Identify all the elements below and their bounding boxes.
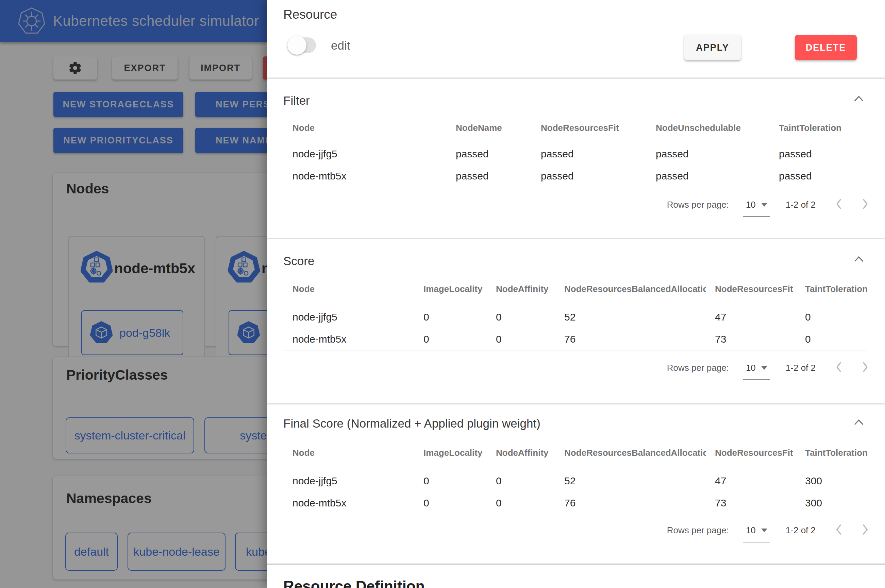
table-row: node-jjfg5passedpassedpassedpassed (283, 143, 867, 165)
dropdown-arrow-icon (761, 528, 767, 532)
delete-label: DELETE (806, 42, 846, 53)
table-cell: node-mtb5x (283, 492, 414, 514)
page-range: 1-2 of 2 (786, 524, 816, 536)
score-title: Score (283, 254, 314, 268)
collapse-final-score-icon[interactable] (854, 419, 864, 426)
table-cell: passed (446, 165, 532, 187)
collapse-filter-icon[interactable] (854, 95, 864, 102)
rows-per-page-value: 10 (746, 362, 756, 374)
table-cell: 0 (414, 470, 487, 492)
column-header: Node (283, 113, 446, 143)
table-cell: passed (532, 165, 646, 187)
table-cell: 47 (706, 470, 796, 492)
table-cell: 73 (706, 328, 796, 350)
page-range: 1-2 of 2 (786, 198, 816, 211)
table-cell: passed (646, 165, 770, 187)
column-header: ImageLocality (414, 272, 487, 306)
column-header: NodeResourcesBalancedAllocation (555, 272, 706, 306)
rows-per-page-label: Rows per page: (667, 198, 729, 211)
column-header: NodeName (446, 113, 532, 143)
table-cell: node-mtb5x (283, 328, 414, 350)
app-root: Kubernetes scheduler simulator EXPORT IM… (0, 0, 885, 588)
table-cell: 0 (487, 492, 555, 514)
table-cell: 47 (706, 306, 796, 328)
column-header: NodeResourcesBalancedAllocation (555, 436, 706, 470)
column-header: ImageLocality (414, 436, 487, 470)
modal-scrim[interactable] (0, 0, 267, 588)
table-cell: passed (770, 165, 867, 187)
previous-page-icon[interactable] (835, 198, 842, 209)
resource-drawer: Resource edit APPLY DELETE Filter NodeNo… (267, 0, 885, 588)
rows-per-page-value: 10 (746, 524, 756, 536)
previous-page-icon[interactable] (835, 362, 842, 372)
table-cell: 76 (555, 492, 706, 514)
table-row: node-mtb5xpassedpassedpassedpassed (283, 165, 867, 187)
final-score-section: Final Score (Normalized + Applied plugin… (267, 405, 885, 564)
dropdown-arrow-icon (761, 366, 767, 370)
column-header: NodeResourcesFit (706, 272, 796, 306)
table-cell: 0 (487, 306, 555, 328)
column-header: TaintToleration (796, 272, 867, 306)
rows-per-page-select[interactable]: 10 (743, 362, 770, 380)
rows-per-page-value: 10 (746, 198, 756, 211)
final-score-pagination: Rows per page: 10 1-2 of 2 (667, 524, 868, 543)
next-page-icon[interactable] (862, 524, 868, 535)
table-cell: node-mtb5x (283, 165, 446, 187)
table-row: node-mtb5x0076730 (283, 328, 867, 350)
column-header: TaintToleration (770, 113, 867, 143)
column-header: NodeAffinity (487, 436, 555, 470)
score-table: NodeImageLocalityNodeAffinityNodeResourc… (283, 272, 867, 350)
edit-toggle-thumb (287, 36, 307, 55)
column-header: NodeAffinity (487, 272, 555, 306)
final-score-title: Final Score (Normalized + Applied plugin… (283, 417, 541, 430)
resource-definition-title: Resource Definition (283, 578, 425, 588)
filter-title: Filter (283, 94, 310, 107)
next-page-icon[interactable] (862, 362, 868, 372)
table-cell: 0 (796, 306, 867, 328)
table-row: node-mtb5x007673300 (283, 492, 867, 514)
dropdown-arrow-icon (761, 203, 767, 207)
rows-per-page-label: Rows per page: (667, 362, 729, 374)
table-cell: 76 (555, 328, 706, 350)
column-header: NodeResourcesFit (706, 436, 796, 470)
rows-per-page-select[interactable]: 10 (743, 198, 770, 217)
table-cell: 0 (796, 328, 867, 350)
previous-page-icon[interactable] (835, 524, 842, 535)
rows-per-page-select[interactable]: 10 (743, 524, 770, 543)
table-cell: passed (770, 143, 867, 165)
column-header: TaintToleration (796, 436, 867, 470)
delete-button[interactable]: DELETE (795, 35, 857, 60)
column-header: Node (283, 272, 414, 306)
next-page-icon[interactable] (862, 198, 868, 209)
table-row: node-jjfg5005247300 (283, 470, 867, 492)
table-cell: 300 (796, 492, 867, 514)
table-cell: node-jjfg5 (283, 306, 414, 328)
rows-per-page-label: Rows per page: (667, 524, 729, 536)
table-cell: passed (532, 143, 646, 165)
table-cell: 52 (555, 470, 706, 492)
column-header: Node (283, 436, 414, 470)
filter-table: NodeNodeNameNodeResourcesFitNodeUnschedu… (283, 113, 867, 187)
table-cell: 0 (414, 306, 487, 328)
table-cell: 300 (796, 470, 867, 492)
table-cell: passed (446, 143, 532, 165)
score-pagination: Rows per page: 10 1-2 of 2 (667, 362, 868, 380)
page-range: 1-2 of 2 (786, 362, 816, 374)
collapse-score-icon[interactable] (854, 256, 864, 262)
table-cell: node-jjfg5 (283, 470, 414, 492)
resource-title: Resource (283, 8, 337, 22)
filter-pagination: Rows per page: 10 1-2 of 2 (667, 198, 868, 217)
table-cell: 52 (555, 306, 706, 328)
score-section: Score NodeImageLocalityNodeAffinityNodeR… (267, 239, 885, 403)
table-row: node-jjfg50052470 (283, 306, 867, 328)
table-cell: 0 (414, 328, 487, 350)
column-header: NodeUnschedulable (646, 113, 770, 143)
apply-button[interactable]: APPLY (684, 35, 741, 60)
table-cell: node-jjfg5 (283, 143, 446, 165)
edit-toggle[interactable] (288, 38, 316, 53)
table-cell: 73 (706, 492, 796, 514)
resource-definition-section: Resource Definition (267, 565, 885, 588)
resource-header-section: Resource edit APPLY DELETE (267, 0, 885, 78)
final-score-table: NodeImageLocalityNodeAffinityNodeResourc… (283, 436, 867, 514)
table-cell: passed (646, 143, 770, 165)
